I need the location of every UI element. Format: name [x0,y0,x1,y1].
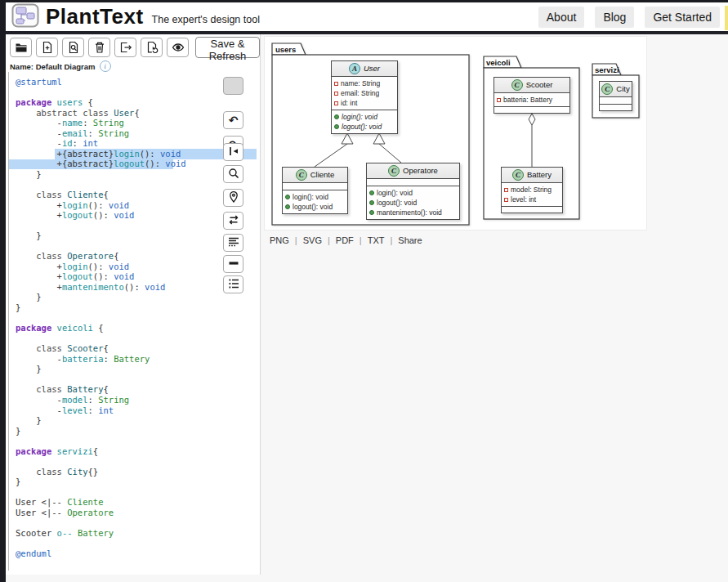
tab-start-button[interactable] [223,143,243,161]
public-method-icon [334,124,339,129]
export-link-pdf[interactable]: PDF [336,235,354,245]
class-operatore: COperatorelogin(): voidlogout(): voidman… [366,163,460,220]
class-name: Operatore [403,165,438,177]
class-stereotype-icon: C [601,83,613,95]
page: PlantText The expert's design tool About… [0,0,728,582]
code-line [16,241,257,252]
code-line [16,539,257,549]
code-line: } [16,477,257,487]
code-line: -email: String [16,128,257,139]
code-line: User <|-- Operatore [16,508,257,518]
package-veicoli-label: veicoli [486,58,511,67]
code-line: @enduml [16,548,257,559]
preview-icon [172,41,185,54]
class-member: login(): void [285,192,345,202]
grid-button[interactable] [223,77,243,95]
undo-button[interactable]: ↶ [223,111,243,129]
public-method-icon [334,114,339,119]
diagram-name-label: Name: Default Diagram [10,62,96,71]
class-name: Cliente [310,169,335,181]
code-line [16,221,257,231]
class-member: level: int [504,195,560,204]
export-file-button[interactable] [114,38,136,57]
public-method-icon [285,204,290,209]
code-line: +logout(): void [16,210,257,221]
new-file-button[interactable] [36,38,58,57]
info-icon[interactable]: i [100,60,111,72]
minus-button[interactable] [223,255,243,273]
export-file-icon [119,41,132,54]
swap-icon [227,213,240,229]
private-field-icon [334,101,338,105]
code-line [16,518,257,529]
top-toolbar [10,38,189,57]
code-line: class Operatore{ [16,251,257,262]
nav-blog-button[interactable]: Blog [595,7,634,28]
search-file-icon [67,41,80,54]
edge-highlight [725,6,728,30]
search-file-button[interactable] [62,38,84,57]
new-file-icon [41,41,54,54]
package-servizi-label: servizi [595,65,619,74]
class-scooter: CScooterbatteria: Battery [494,77,570,114]
open-folder-icon [15,41,28,54]
brand-title: PlantText [46,4,144,29]
search-button[interactable] [223,165,243,183]
window-frame-left [0,0,6,582]
code-line: } [16,302,257,313]
undo-icon: ↶ [229,114,239,127]
code-line [16,374,257,385]
code-line: class City{} [16,467,257,477]
class-member: model: String [504,185,560,195]
code-line: User <|-- Cliente [16,497,257,508]
class-member: email: String [334,88,395,98]
code-line: +mantenimento(): void [16,282,257,293]
save-refresh-button[interactable]: Save & Refresh [195,37,260,58]
export-separator: | [295,235,297,245]
window-frame-top [0,0,728,2]
class-stereotype-icon: C [296,169,307,181]
private-field-icon [334,92,338,96]
editor-panel: Save & Refresh Name: Default Diagram i @… [6,34,261,575]
abstract-stereotype-icon: A [349,63,360,74]
location-pin-button[interactable] [223,189,243,207]
refresh-file-button[interactable] [141,38,163,57]
code-editor[interactable]: @startuml package users { abstract class… [8,72,257,571]
export-link-share[interactable]: Share [398,235,422,245]
code-line: package users { [16,97,257,108]
header-divider [0,31,728,34]
export-link-txt[interactable]: TXT [368,235,385,245]
code-line: -batteria: Battery [16,354,257,365]
swap-button[interactable] [223,212,243,230]
list-button[interactable] [223,275,243,293]
code-line [16,179,257,190]
diagram-name-row: Name: Default Diagram i [10,60,111,72]
align-left-button[interactable] [223,234,243,252]
export-link-png[interactable]: PNG [270,235,289,245]
code-line: } [16,426,257,437]
export-link-svg[interactable]: SVG [303,235,322,245]
nav-get-started-button[interactable]: Get Started [645,7,720,28]
code-line: @startuml [16,77,257,87]
code-line: } [16,415,257,426]
code-line: abstract class User{ [16,108,257,119]
code-line: class Battery{ [16,384,257,395]
code-line: +login(): void [16,200,257,211]
code-line: Scooter o-- Battery [16,528,257,539]
code-line: } [16,231,257,241]
code-line: } [16,169,257,180]
nav-about-button[interactable]: About [538,7,585,28]
preview-area: users veicoli servizi AUsername: Stringe… [261,34,728,582]
code-lines: @startuml package users { abstract class… [9,72,257,559]
class-name: Scooter [526,79,553,91]
brand[interactable]: PlantText [11,3,144,31]
preview-button[interactable] [167,38,189,57]
code-line: package veicoli { [16,323,257,334]
private-field-icon [497,98,501,102]
delete-file-button[interactable] [88,38,110,57]
code-line: +{abstract}login(): void [16,149,257,159]
class-stereotype-icon: C [388,165,400,177]
open-folder-button[interactable] [10,38,32,57]
public-method-icon [369,210,374,215]
private-field-icon [334,82,338,86]
